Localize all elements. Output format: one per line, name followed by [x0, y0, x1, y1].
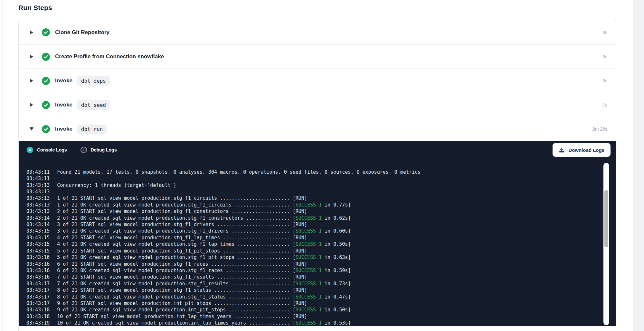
caret-right-icon[interactable] [29, 31, 34, 34]
log-scrollbar-thumb[interactable] [604, 190, 608, 247]
step-duration: 1s [602, 102, 607, 107]
log-line: 03:43:142 of 21 OK created sql view mode… [26, 215, 603, 221]
log-line: 03:43:11 [26, 175, 603, 182]
step-duration: 0s [602, 78, 607, 83]
log-toolbar: Console Logs Debug Logs Download Logs [19, 141, 616, 159]
log-line: 03:43:1910 of 21 OK created sql view mod… [26, 320, 603, 326]
run-steps-list: Clone Git Repository0sCreate Profile fro… [19, 20, 616, 141]
run-steps-card: Clone Git Repository0sCreate Profile fro… [18, 20, 616, 331]
radio-selected-icon[interactable] [27, 147, 33, 153]
check-circle-icon [42, 28, 50, 36]
right-gutter [633, 0, 644, 331]
download-logs-button[interactable]: Download Logs [553, 143, 611, 157]
step-row-dbt-run[interactable]: Invokedbt run2m 26s [19, 117, 616, 141]
check-circle-icon [42, 53, 50, 61]
download-logs-label: Download Logs [568, 147, 604, 153]
log-line: 03:43:179 of 21 START sql view model pro… [26, 300, 603, 307]
log-line: 03:43:131 of 21 OK created sql view mode… [26, 202, 603, 208]
step-label: Invoke [55, 78, 72, 84]
log-line: 03:43:1810 of 21 START sql view model pr… [26, 313, 603, 320]
caret-right-icon[interactable] [29, 103, 34, 107]
log-line: 03:43:11Found 21 models, 17 tests, 0 sna… [26, 169, 603, 175]
log-line: 03:43:13 [26, 188, 603, 195]
step-label: Clone Git Repository [55, 29, 109, 36]
step-row-create-profile-from-connection-snowflake[interactable]: Create Profile from Connection snowflake… [19, 44, 616, 69]
check-circle-icon [42, 77, 50, 85]
command-badge: dbt deps [77, 76, 110, 86]
page-title: Run Steps [18, 4, 52, 12]
log-line: 03:43:153 of 21 OK created sql view mode… [26, 228, 603, 234]
console-logs-label: Console Logs [37, 147, 67, 152]
step-duration: 0s [602, 54, 607, 59]
log-line: 03:43:143 of 21 START sql view model pro… [26, 221, 603, 228]
command-badge: dbt seed [77, 100, 110, 110]
log-line: 03:43:177 of 21 OK created sql view mode… [26, 280, 603, 287]
caret-right-icon[interactable] [29, 79, 34, 83]
log-line: 03:43:155 of 21 START sql view model pro… [26, 248, 603, 254]
caret-down-icon[interactable] [29, 127, 34, 131]
log-line: 03:43:167 of 21 START sql view model pro… [26, 274, 603, 280]
step-row-dbt-seed[interactable]: Invokedbt seed1s [19, 93, 616, 117]
log-line: 03:43:165 of 21 OK created sql view mode… [26, 254, 603, 261]
step-label: Invoke [55, 126, 72, 132]
log-line: 03:43:132 of 21 START sql view model pro… [26, 208, 603, 215]
step-label: Create Profile from Connection snowflake [55, 53, 164, 60]
log-line: 03:43:189 of 21 OK created sql view mode… [26, 307, 603, 313]
console-logs-radio[interactable]: Console Logs [27, 147, 67, 153]
log-line: 03:43:154 of 21 OK created sql view mode… [26, 241, 603, 247]
log-line: 03:43:166 of 21 OK created sql view mode… [26, 267, 603, 274]
log-scrollbar-track[interactable] [603, 163, 609, 325]
command-badge: dbt run [77, 124, 107, 134]
debug-logs-label: Debug Logs [91, 147, 117, 152]
check-circle-icon [42, 125, 50, 133]
step-label: Invoke [55, 102, 72, 108]
check-circle-icon [42, 101, 50, 109]
log-panel: Console Logs Debug Logs Download Logs 03… [19, 141, 616, 326]
step-row-dbt-deps[interactable]: Invokedbt deps0s [19, 69, 616, 93]
log-line: 03:43:178 of 21 OK created sql view mode… [26, 294, 603, 300]
console-log-output: 03:43:11Found 21 models, 17 tests, 0 sna… [19, 159, 616, 326]
step-duration: 0s [602, 30, 607, 35]
log-line: 03:43:13Concurrency: 1 threads (target='… [26, 182, 603, 188]
log-line: 03:43:166 of 21 START sql view model pro… [26, 261, 603, 267]
log-line: 03:43:154 of 21 START sql view model pro… [26, 234, 603, 241]
left-edge-divider [2, 0, 3, 331]
log-lines: 03:43:11Found 21 models, 17 tests, 0 sna… [26, 169, 603, 326]
log-line: 03:43:178 of 21 START sql view model pro… [26, 287, 603, 293]
log-line: 03:43:131 of 21 START sql view model pro… [26, 195, 603, 201]
step-row-clone-git-repository[interactable]: Clone Git Repository0s [19, 20, 616, 44]
debug-logs-radio[interactable]: Debug Logs [80, 147, 117, 153]
radio-unselected-icon[interactable] [80, 147, 87, 153]
step-duration: 2m 26s [592, 126, 607, 132]
download-tray-icon [559, 147, 565, 153]
caret-right-icon[interactable] [29, 55, 34, 59]
